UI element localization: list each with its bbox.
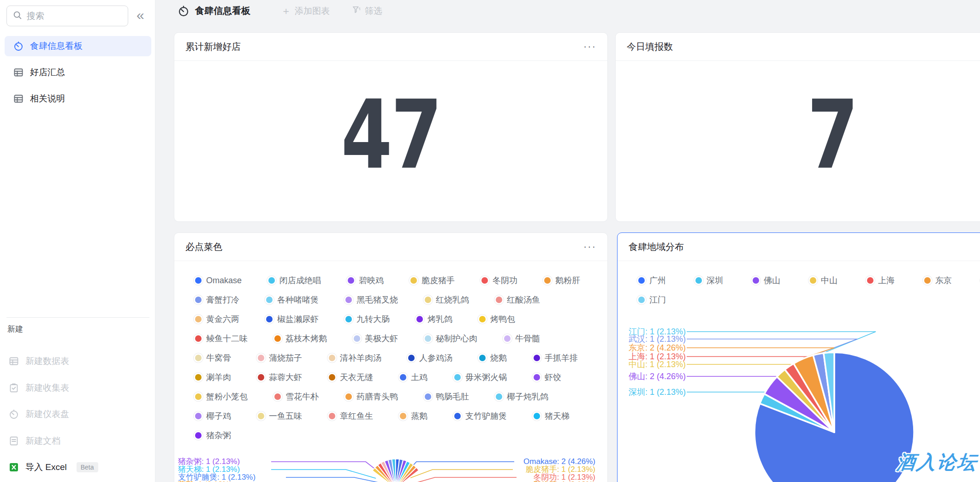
legend-item[interactable]: 深圳 bbox=[695, 275, 723, 286]
legend-label: 人参鸡汤 bbox=[419, 352, 452, 363]
legend-item[interactable]: 烤乳鸽 bbox=[416, 314, 452, 325]
new-item-2[interactable]: 新建收集表 bbox=[5, 379, 155, 397]
legend-label: 鹅粉肝 bbox=[555, 275, 580, 286]
search-input[interactable]: 搜索 bbox=[6, 6, 128, 26]
legend-row: Omakase闭店成绝唱碧映鸡脆皮猪手冬阴功鹅粉肝 bbox=[195, 271, 603, 290]
legend-item[interactable]: 红酸汤鱼 bbox=[496, 294, 540, 305]
legend-item[interactable]: 秘制护心肉 bbox=[425, 333, 477, 344]
legend-label: 荔枝木烤鹅 bbox=[285, 333, 327, 344]
new-item-4[interactable]: 新建文档 bbox=[5, 432, 155, 450]
legend-item[interactable]: 虾饺 bbox=[534, 372, 561, 383]
legend-dot bbox=[329, 413, 335, 419]
legend-item[interactable]: 膏蟹打冷 bbox=[195, 294, 239, 305]
legend-item[interactable]: 闭店成绝唱 bbox=[268, 275, 321, 286]
legend-label: 黑毛猪叉烧 bbox=[356, 294, 398, 305]
region-legend: 广州深圳佛山中山上海东京武汉江门 bbox=[638, 271, 980, 309]
add-chart-button[interactable]: ＋ 添加图表 bbox=[281, 5, 330, 17]
legend-item[interactable]: 冬阴功 bbox=[481, 275, 517, 286]
legend-item[interactable]: 涮羊肉 bbox=[195, 372, 231, 383]
legend-dot bbox=[195, 374, 202, 381]
legend-item[interactable]: 脆皮猪手 bbox=[410, 275, 455, 286]
legend-label: 九转大肠 bbox=[356, 314, 390, 325]
legend-item[interactable]: 蟹粉小笼包 bbox=[195, 391, 248, 402]
new-item-5[interactable]: 导入 ExcelBeta bbox=[5, 458, 155, 476]
legend-item[interactable]: 鸭肠毛肚 bbox=[425, 391, 469, 402]
legend-row: 猪杂粥 bbox=[195, 426, 603, 445]
legend-item[interactable]: 广州 bbox=[638, 275, 666, 286]
legend-item[interactable]: 猪杂粥 bbox=[195, 430, 231, 441]
legend-item[interactable]: 毋米粥火锅 bbox=[454, 372, 507, 383]
sidebar-item-2[interactable]: 好店汇总 bbox=[5, 62, 151, 83]
sidebar-item-label: 好店汇总 bbox=[30, 66, 65, 78]
legend-item[interactable]: 牛骨髓 bbox=[504, 333, 540, 344]
legend-dot bbox=[258, 355, 264, 361]
legend-item[interactable]: 椒盐濑尿虾 bbox=[266, 314, 319, 325]
legend-item[interactable]: 中山 bbox=[810, 275, 837, 286]
legend-item[interactable]: 猪天梯 bbox=[534, 411, 570, 422]
legend-label: 红烧乳鸽 bbox=[436, 294, 469, 305]
legend-dot bbox=[534, 413, 540, 419]
legend-label: 章红鱼生 bbox=[340, 411, 373, 422]
legend-item[interactable]: 手抓羊排 bbox=[534, 352, 578, 363]
legend-item[interactable]: 烤鸭包 bbox=[479, 314, 515, 325]
pie-label: 猪天梯: 1 (2.13%) bbox=[178, 465, 240, 473]
pie-label: 深圳: 1 (2.13%) bbox=[629, 388, 686, 396]
legend-dot bbox=[195, 413, 202, 419]
legend-item[interactable]: Omakase bbox=[195, 276, 242, 286]
legend-item[interactable]: 上海 bbox=[867, 275, 895, 286]
new-item-3[interactable]: 新建仪表盘 bbox=[5, 405, 155, 423]
legend-item[interactable]: 清补羊肉汤 bbox=[329, 352, 381, 363]
legend-item[interactable]: 蒜蓉大虾 bbox=[258, 372, 302, 383]
legend-label: 雪花牛朴 bbox=[285, 391, 319, 402]
card-menu-button[interactable]: ··· bbox=[583, 41, 596, 53]
card-menu-button[interactable]: ··· bbox=[583, 241, 596, 253]
legend-item[interactable]: 佛山 bbox=[753, 275, 780, 286]
legend-item[interactable]: 荔枝木烤鹅 bbox=[274, 333, 327, 344]
legend-item[interactable]: 烧鹅 bbox=[479, 352, 507, 363]
legend-item[interactable]: 天衣无缝 bbox=[329, 372, 373, 383]
legend-label: 烤乳鸽 bbox=[428, 314, 452, 325]
legend-item[interactable]: 各种啫啫煲 bbox=[266, 294, 319, 305]
legend-label: 虾饺 bbox=[545, 372, 561, 383]
filter-button[interactable]: 筛选 bbox=[352, 5, 382, 17]
sidebar-item-label: 相关说明 bbox=[30, 93, 65, 105]
legend-item[interactable]: 江门 bbox=[638, 294, 666, 305]
legend-label: 天衣无缝 bbox=[340, 372, 373, 383]
legend-item[interactable]: 美极大虾 bbox=[354, 333, 398, 344]
legend-label: 中山 bbox=[821, 275, 837, 286]
legend-label: 江门 bbox=[649, 294, 666, 305]
legend-item[interactable]: 红烧乳鸽 bbox=[425, 294, 469, 305]
pie-label: Omakase: 2 (4.26%) bbox=[523, 458, 595, 465]
sidebar-item-1[interactable]: 食肆信息看板 bbox=[5, 36, 151, 56]
legend-item[interactable]: 一鱼五味 bbox=[258, 411, 302, 422]
legend-item[interactable]: 鹅粉肝 bbox=[544, 275, 580, 286]
pie-label: 脆皮猪手: 1 (2.13%) bbox=[526, 465, 595, 473]
legend-dot bbox=[274, 335, 281, 342]
legend-item[interactable]: 药膳青头鸭 bbox=[345, 391, 398, 402]
legend-item[interactable]: 黑毛猪叉烧 bbox=[345, 294, 398, 305]
legend-item[interactable]: 椰子炖乳鸽 bbox=[496, 391, 548, 402]
dashboard-title: 食肆信息看板 bbox=[195, 5, 250, 17]
new-item-1[interactable]: 新建数据表 bbox=[5, 352, 155, 370]
legend-item[interactable]: 蒸鹅 bbox=[400, 411, 428, 422]
legend-item[interactable]: 椰子鸡 bbox=[195, 411, 231, 422]
legend-item[interactable]: 鲮鱼十二味 bbox=[195, 333, 248, 344]
legend-item[interactable]: 碧映鸡 bbox=[348, 275, 384, 286]
sidebar-item-3[interactable]: 相关说明 bbox=[5, 89, 151, 109]
legend-item[interactable]: 蒲烧茄子 bbox=[258, 352, 302, 363]
legend-item[interactable]: 支竹驴腩煲 bbox=[454, 411, 507, 422]
legend-item[interactable]: 章红鱼生 bbox=[329, 411, 373, 422]
collapse-sidebar-button[interactable]: « bbox=[137, 8, 144, 22]
legend-dot bbox=[534, 374, 540, 381]
card-title: 必点菜色 bbox=[185, 241, 222, 253]
legend-label: 鲮鱼十二味 bbox=[206, 333, 248, 344]
legend-item[interactable]: 东京 bbox=[924, 275, 952, 286]
legend-item[interactable]: 土鸡 bbox=[400, 372, 428, 383]
legend-label: 广州 bbox=[649, 275, 666, 286]
legend-item[interactable]: 人参鸡汤 bbox=[408, 352, 452, 363]
legend-item[interactable]: 牛窝骨 bbox=[195, 352, 231, 363]
legend-item[interactable]: 黄金六两 bbox=[195, 314, 239, 325]
legend-item[interactable]: 雪花牛朴 bbox=[274, 391, 319, 402]
legend-item[interactable]: 九转大肠 bbox=[345, 314, 390, 325]
sidebar-item-label: 食肆信息看板 bbox=[30, 40, 83, 52]
